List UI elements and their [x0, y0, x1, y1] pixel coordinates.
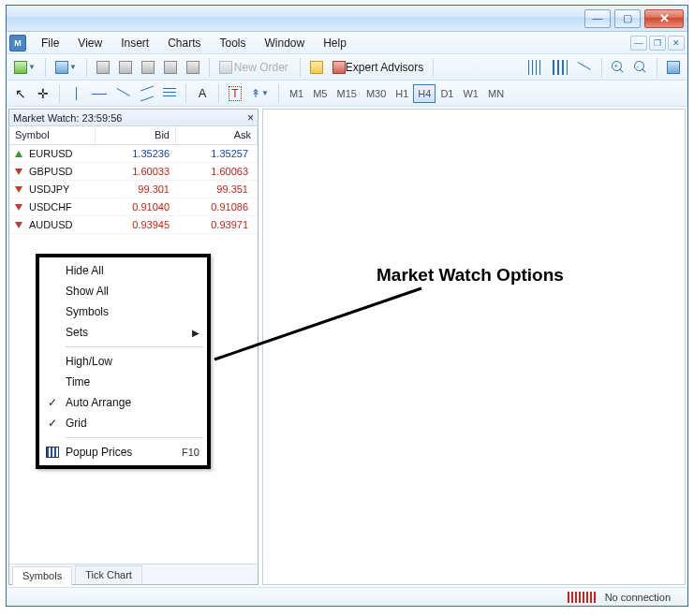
ctx-auto-arrange[interactable]: Auto Arrange: [39, 392, 207, 413]
ask-cell: 1.60063: [175, 166, 258, 177]
column-ask[interactable]: Ask: [176, 126, 258, 144]
mdi-minimize-icon: —: [635, 38, 643, 48]
profiles-button[interactable]: ▼: [52, 57, 81, 78]
minimize-button[interactable]: —: [584, 9, 611, 28]
menu-tools[interactable]: Tools: [211, 34, 256, 52]
separator: [185, 84, 186, 103]
tab-symbols[interactable]: Symbols: [12, 566, 72, 585]
zoom-in-icon: +: [612, 61, 625, 74]
candlestick-button[interactable]: [549, 57, 571, 78]
candlestick-icon: [553, 60, 568, 75]
symbol-cell: USDJPY: [25, 183, 95, 195]
titlebar: — ▢ ✕: [7, 6, 687, 32]
expert-advisors-label: Expert Advisors: [346, 61, 423, 74]
fibonacci-button[interactable]: [159, 83, 180, 104]
bar-chart-icon: [528, 60, 543, 75]
menu-insert[interactable]: Insert: [111, 34, 158, 52]
data-window-toggle[interactable]: [115, 57, 136, 78]
ask-cell: 1.35257: [175, 148, 258, 159]
market-watch-rows: EURUSD1.352361.35257GBPUSD1.600331.60063…: [9, 145, 258, 234]
close-button[interactable]: ✕: [644, 9, 684, 28]
market-watch-toggle[interactable]: [93, 57, 113, 78]
market-watch-tabs: Symbols Tick Chart: [9, 564, 258, 584]
text-label-icon: T: [229, 86, 241, 101]
separator: [209, 58, 210, 77]
menu-file[interactable]: File: [32, 34, 68, 52]
arrows-button[interactable]: ↟▼: [247, 83, 273, 104]
bid-cell: 1.60033: [95, 166, 175, 177]
timeframe-m5[interactable]: M5: [308, 84, 332, 103]
timeframe-w1[interactable]: W1: [458, 84, 483, 103]
vertical-line-button[interactable]: [66, 83, 86, 104]
timeframe-mn[interactable]: MN: [483, 84, 509, 103]
menu-charts[interactable]: Charts: [158, 34, 210, 52]
terminal-toggle[interactable]: [160, 57, 181, 78]
ctx-symbols[interactable]: Symbols: [39, 301, 207, 322]
ctx-grid[interactable]: Grid: [39, 413, 207, 433]
navigator-toggle[interactable]: [138, 57, 158, 78]
zoom-out-button[interactable]: -: [630, 57, 651, 78]
timeframe-m30[interactable]: M30: [362, 84, 391, 103]
column-symbol[interactable]: Symbol: [9, 126, 96, 144]
tester-toggle[interactable]: [183, 57, 203, 78]
mdi-close-button[interactable]: ✕: [668, 36, 685, 51]
meta-editor-button[interactable]: [306, 57, 327, 78]
trendline-button[interactable]: [112, 83, 135, 104]
menu-view[interactable]: View: [68, 34, 111, 52]
zoom-in-button[interactable]: +: [608, 57, 628, 78]
timeframe-m15[interactable]: M15: [332, 84, 361, 103]
timeframe-h1[interactable]: H1: [391, 84, 413, 103]
crosshair-button[interactable]: ✛: [33, 83, 53, 104]
line-chart-button[interactable]: [573, 57, 596, 78]
separator: [657, 58, 657, 77]
market-watch-row[interactable]: EURUSD1.352361.35257: [9, 145, 258, 163]
tab-tick-chart[interactable]: Tick Chart: [75, 565, 142, 584]
text-button[interactable]: A: [192, 83, 213, 104]
plus-icon: [14, 61, 27, 74]
ctx-time[interactable]: Time: [39, 372, 207, 392]
market-watch-row[interactable]: USDJPY99.30199.351: [9, 181, 258, 198]
expert-advisors-button[interactable]: Expert Advisors: [329, 57, 427, 78]
arrows-icon: ↟: [251, 87, 260, 100]
market-watch-row[interactable]: AUDUSD0.939450.93971: [9, 216, 258, 234]
ctx-popup-prices[interactable]: Popup PricesF10: [39, 442, 207, 462]
new-order-button[interactable]: New Order: [215, 57, 294, 78]
channel-button[interactable]: [137, 83, 157, 104]
ctx-high-low[interactable]: High/Low: [39, 351, 207, 372]
direction-icon: [12, 204, 25, 211]
timeframe-selector: M1M5M15M30H1H4D1W1MN: [285, 84, 509, 103]
ctx-sets[interactable]: Sets▶: [39, 322, 207, 343]
timeframe-h4[interactable]: H4: [413, 84, 436, 103]
timeframe-d1[interactable]: D1: [436, 84, 458, 103]
mdi-minimize-button[interactable]: —: [630, 36, 647, 51]
chart-area[interactable]: [262, 109, 686, 585]
horizontal-line-button[interactable]: [88, 83, 111, 104]
mdi-restore-button[interactable]: ❐: [649, 36, 666, 51]
new-chart-button[interactable]: ▼: [10, 57, 39, 78]
tile-windows-button[interactable]: [663, 57, 684, 78]
market-watch-header: Symbol Bid Ask: [9, 126, 258, 145]
market-watch-title: Market Watch: 23:59:56: [13, 112, 122, 124]
expert-advisors-icon: [332, 61, 346, 74]
timeframe-m1[interactable]: M1: [285, 84, 308, 103]
market-watch-context-menu: Hide All Show All Symbols Sets▶ High/Low…: [36, 254, 211, 469]
menu-window[interactable]: Window: [256, 34, 315, 52]
separator: [218, 84, 219, 103]
market-watch-close-button[interactable]: ×: [247, 111, 254, 125]
ctx-hide-all[interactable]: Hide All: [39, 260, 207, 281]
maximize-button[interactable]: ▢: [614, 9, 641, 28]
text-label-button[interactable]: T: [225, 83, 245, 104]
bar-chart-button[interactable]: [524, 57, 547, 78]
market-watch-row[interactable]: USDCHF0.910400.91086: [9, 198, 258, 216]
column-bid[interactable]: Bid: [96, 126, 176, 144]
menu-help[interactable]: Help: [314, 34, 356, 52]
check-icon: [39, 417, 66, 430]
toolbar-objects: ↖ ✛ A T ↟▼ M1M5M15M30H1H4D1W1MN: [7, 81, 687, 107]
market-watch-row[interactable]: GBPUSD1.600331.60063: [9, 163, 258, 181]
app-frame: — ▢ ✕ M File View Insert Charts Tools Wi…: [0, 0, 694, 616]
fibonacci-icon: [163, 88, 176, 99]
cursor-button[interactable]: ↖: [10, 83, 31, 104]
ctx-show-all[interactable]: Show All: [39, 281, 207, 301]
main-window: — ▢ ✕ M File View Insert Charts Tools Wi…: [6, 5, 688, 607]
check-icon: [39, 396, 66, 409]
